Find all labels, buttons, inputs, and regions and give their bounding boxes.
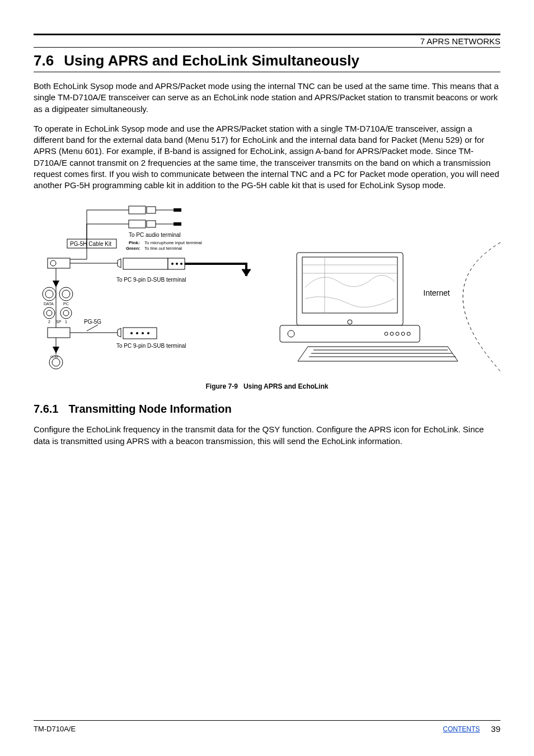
figure-caption: Figure 7-9 Using APRS and EchoLink [34,382,500,390]
svg-rect-1 [147,207,156,213]
pg5g-leader [87,325,98,331]
svg-point-39 [142,332,144,334]
svg-rect-5 [147,221,156,227]
svg-text:2: 2 [48,320,50,324]
internet-cloud [463,242,500,371]
paragraph-2: To operate in EchoLink Sysop mode and us… [34,123,500,192]
small-connector-top [129,206,181,214]
svg-text:PC: PC [63,302,69,306]
figure-caption-title: Using APRS and EchoLink [243,382,329,390]
svg-rect-36 [123,328,157,339]
footer-model: TM-D710A/E [34,725,76,733]
svg-point-42 [52,358,60,366]
svg-point-38 [136,332,138,334]
svg-text:DATA: DATA [44,302,54,306]
svg-text:COM: COM [50,355,58,358]
arrow-down-com [53,347,59,353]
svg-point-56 [407,332,410,335]
svg-rect-7 [174,222,181,226]
svg-rect-15 [123,258,168,269]
svg-point-30 [63,310,69,316]
chapter-header: 7 APRS NETWORKS [34,34,500,48]
cable-kit-label: PG-5H Cable Kit [70,241,111,247]
arrow-top-to-pc [185,264,251,276]
footer: TM-D710A/E CONTENTS 39 [34,720,500,734]
bottom-plug-row [48,328,157,339]
subsection-paragraph: Configure the EchoLink frequency in the … [34,424,500,447]
label-dsub-bottom: To PC 9-pin D-SUB terminal [116,343,186,349]
label-pc-audio: To PC audio terminal [129,232,181,238]
internet-label: Internet [423,288,450,297]
section-title-rule: 7.6 Using APRS and EchoLink Simultaneous… [34,52,500,72]
svg-text:1: 1 [65,320,67,324]
svg-rect-3 [174,208,181,212]
pc-keyboard [298,347,458,361]
page: 7 APRS NETWORKS 7.6 Using APRS and EchoL… [0,0,534,756]
svg-point-17 [171,263,174,265]
section-title-text: Using APRS and EchoLink Simultaneously [64,52,359,69]
svg-point-52 [385,332,388,335]
label-dsub-top: To PC 9-pin D-SUB terminal [116,277,186,283]
svg-point-40 [147,332,149,334]
svg-text:Pink:: Pink: [129,240,140,245]
section-title: 7.6 Using APRS and EchoLink Simultaneous… [34,52,500,69]
svg-text:Green:: Green: [126,246,140,251]
svg-rect-34 [48,328,70,338]
svg-point-55 [401,332,405,335]
subsection-title: 7.6.1 Transmitting Node Information [34,403,500,416]
subsection-title-text: Transmitting Node Information [68,403,231,416]
figure-svg: To PC audio terminal PG-5H Cable Kit Pin… [34,203,500,377]
svg-point-18 [176,263,178,265]
svg-text:SP: SP [56,320,62,324]
subsection-number: 7.6.1 [34,403,58,416]
svg-text:To microphone input terminal: To microphone input terminal [144,240,202,245]
figure-7-9: To PC audio terminal PG-5H Cable Kit Pin… [34,203,500,390]
data-pc-sockets: DATA PC [43,287,73,306]
svg-point-51 [288,330,294,337]
svg-point-37 [130,332,133,334]
svg-point-54 [396,332,399,335]
svg-marker-20 [242,269,251,276]
small-connector-second [129,220,181,228]
svg-point-46 [348,320,352,324]
contents-link[interactable]: CONTENTS [443,725,480,733]
pink-green-legend: Pink: To microphone input terminal Green… [126,240,202,251]
svg-point-19 [180,263,182,265]
pg5g-label: PG-5G [84,319,101,325]
svg-point-24 [62,290,70,298]
svg-point-13 [50,260,56,266]
svg-point-53 [390,332,394,335]
pc-monitor [280,253,420,342]
paragraph-1: Both EchoLink Sysop mode and APRS/Packet… [34,81,500,115]
svg-point-22 [45,290,53,298]
svg-point-28 [46,310,52,316]
section-number: 7.6 [34,52,54,69]
top-plug-row [48,258,185,269]
svg-text:To line out terminal: To line out terminal [144,246,182,251]
chapter-text: 7 APRS NETWORKS [420,36,500,46]
svg-rect-4 [129,220,146,228]
svg-rect-45 [302,257,397,313]
page-number: 39 [491,724,500,734]
com-socket: COM [49,355,63,369]
figure-caption-number: Figure 7-9 [206,382,238,390]
svg-rect-0 [129,206,146,214]
sp-jacks: 2 SP 1 [44,307,72,324]
arrow-down-1 [53,281,59,287]
